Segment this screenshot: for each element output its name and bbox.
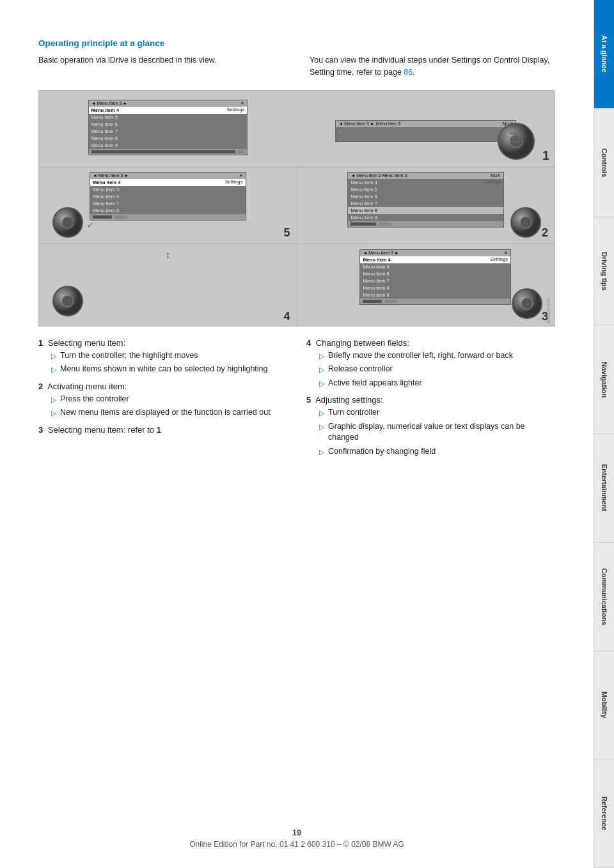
step-1-sub-1: ▷ Turn the controller; the highlight mov…	[51, 350, 287, 362]
mr-row-2: Menu item 5	[348, 186, 503, 193]
screen-row-4: Menu item 7	[89, 128, 248, 135]
intro-right: You can view the individual steps under …	[310, 54, 555, 79]
tr-row-1: ...	[336, 127, 515, 134]
ml-header: ◄ Menu item 3 ►✕	[90, 173, 246, 179]
page-link[interactable]: 86	[404, 68, 413, 77]
diagram-bot-row: ↕ 4 ◄ Menu item	[39, 244, 555, 327]
diagram-top-left: ◄ Menu Item 3 ►✕ Menu item 4 Settings Me…	[39, 91, 297, 167]
step-3-label: Selecting menu item: refer to 1	[48, 425, 161, 435]
ml-row-3: Menu item 6	[90, 193, 246, 200]
tab-communications[interactable]: Communications	[594, 543, 614, 651]
step-1-num: 1	[38, 338, 43, 348]
step-5-sub-3-text: Confirmation by changing field	[328, 446, 436, 458]
knob-1	[497, 122, 535, 160]
main-content: Operating principle at a glance Basic op…	[0, 0, 594, 502]
page-footer: 19 Online Edition for Part no. 01 41 2 6…	[0, 828, 594, 849]
arrow-icon-2: ▷	[51, 365, 56, 375]
ml-row-4: Menu item 7	[90, 200, 246, 207]
ml-row-1: Menu item 4 Settings	[90, 179, 246, 186]
svg-rect-3	[510, 136, 523, 139]
tab-reference[interactable]: Reference	[594, 759, 614, 868]
step-4-sub-2: ▷ Release controller	[319, 364, 555, 375]
br-row-2: Menu item 5	[360, 263, 510, 270]
diagram-top-right: ◄ Menu item 3 ► Menu item 3Mu✕ ... ...	[297, 91, 555, 167]
diagram-top-row: ◄ Menu Item 3 ►✕ Menu item 4 Settings Me…	[39, 91, 555, 167]
step-5-sub-1: ▷ Turn controller	[319, 407, 555, 419]
step-2-sub-1: ▷ Press the controller	[51, 394, 287, 405]
section-heading: Operating principle at a glance	[38, 38, 555, 48]
knob-2	[510, 206, 542, 238]
step-5: 5 Adjusting settings: ▷ Turn controller …	[306, 395, 555, 457]
screen-row-1: Menu item 4 Settings	[89, 107, 248, 114]
br-footer	[360, 298, 510, 304]
step-5-label: Adjusting settings:	[315, 395, 383, 405]
tab-controls[interactable]: Controls	[594, 109, 614, 217]
tab-entertainment[interactable]: Entertainment	[594, 434, 614, 543]
screen-row-6: Menu item 9	[89, 142, 248, 149]
tr-row-2: ...	[336, 134, 515, 141]
mid-left-screen: ◄ Menu item 3 ►✕ Menu item 4 Settings Me…	[90, 172, 246, 221]
br-row-6: Menu item 9	[360, 291, 510, 298]
mid-right-screen: ◄ Menu item 2 Menu item 3Mu✕ Menu item 4…	[347, 172, 504, 228]
step-4-sub-2-text: Release controller	[328, 364, 393, 375]
ml-row-5: Menu item 8	[90, 207, 246, 214]
step-5-sub-3: ▷ Confirmation by changing field	[319, 446, 555, 458]
steps-list: 1 Selecting menu item: ▷ Turn the contro…	[38, 338, 555, 464]
step-4-sub-1: ▷ Briefly move the controller left, righ…	[319, 350, 555, 362]
step-2-sub-2-text: New menu items are displayed or the func…	[60, 407, 271, 419]
step-4-num: 4	[306, 338, 311, 348]
arrow-icon-4: ▷	[51, 408, 56, 418]
tab-bar: At a glance Controls Driving tips Naviga…	[594, 0, 614, 868]
svg-point-10	[62, 295, 74, 307]
step-1-sub-1-text: Turn the controller; the highlight moves	[60, 350, 198, 362]
arrow-icon-7: ▷	[319, 379, 324, 389]
svg-point-6	[62, 217, 74, 228]
br-row-4: Menu item 7	[360, 277, 510, 284]
mr-row-6: Menu item 9	[348, 214, 503, 221]
page-number: 19	[0, 828, 594, 837]
ml-footer	[90, 214, 246, 220]
panel-num-4: 4	[283, 310, 290, 323]
step-1-subs: ▷ Turn the controller; the highlight mov…	[51, 350, 287, 375]
top-right-screen: ◄ Menu item 3 ► Menu item 3Mu✕ ... ...	[335, 120, 516, 142]
step-4-sub-3-text: Active field appears lighter	[328, 378, 422, 389]
step-5-num: 5	[306, 395, 311, 405]
tab-driving-tips[interactable]: Driving tips	[594, 217, 614, 326]
step-1-label: Selecting menu item:	[48, 338, 125, 348]
br-row-1: Menu item 4 Settings	[360, 256, 510, 263]
screen-row-2: Menu item 5	[89, 114, 248, 121]
tab-mobility[interactable]: Mobility	[594, 651, 614, 760]
arrow-icon-1: ▷	[51, 352, 56, 361]
step-1-sub-2-text: Menu items shown in white can be selecte…	[60, 364, 268, 375]
top-screen: ◄ Menu Item 3 ►✕ Menu item 4 Settings Me…	[88, 100, 248, 155]
step-4: 4 Changing between fields: ▷ Briefly mov…	[306, 338, 555, 389]
tab-at-a-glance[interactable]: At a glance	[594, 0, 614, 109]
step-5-sub-2-text: Graphic display, numerical value or text…	[328, 421, 555, 444]
step-1-sub-2: ▷ Menu items shown in white can be selec…	[51, 364, 287, 375]
steps-left-col: 1 Selecting menu item: ▷ Turn the contro…	[38, 338, 287, 464]
step-4-label: Changing between fields:	[316, 338, 409, 348]
diagram-area: ◄ Menu Item 3 ►✕ Menu item 4 Settings Me…	[38, 90, 555, 327]
knob-3	[511, 288, 543, 320]
step-5-sub-2: ▷ Graphic display, numerical value or te…	[319, 421, 555, 444]
arrow-4: ↕	[165, 249, 170, 261]
mr-row-1: Menu item 4 Settings	[348, 179, 503, 186]
step-2: 2 Activating menu item: ▷ Press the cont…	[38, 382, 287, 419]
br-header: ◄ Menu item 3 ►✕	[360, 250, 510, 256]
diagram-bot-left: ↕ 4	[39, 244, 297, 327]
arrow-2: ↓	[349, 217, 354, 228]
svg-rect-4	[510, 140, 523, 143]
arrow-icon-5: ▷	[319, 352, 324, 361]
screen-row-3: Menu item 6	[89, 121, 248, 128]
step-3-num: 3	[38, 425, 43, 435]
arrow-icon-3: ▷	[51, 395, 56, 405]
br-row-5: Menu item 8	[360, 284, 510, 291]
diagram-mid-left: ◄ Menu item 3 ►✕ Menu item 4 Settings Me…	[39, 167, 297, 244]
arrow-icon-6: ▷	[319, 365, 324, 375]
tab-navigation[interactable]: Navigation	[594, 325, 614, 434]
footer-text: Online Edition for Part no. 01 41 2 600 …	[0, 840, 594, 849]
step-1: 1 Selecting menu item: ▷ Turn the contro…	[38, 338, 287, 375]
arrow-icon-8: ▷	[319, 408, 324, 418]
steps-right-col: 4 Changing between fields: ▷ Briefly mov…	[306, 338, 555, 464]
bot-right-screen: ◄ Menu item 3 ►✕ Menu item 4 Settings Me…	[359, 249, 511, 305]
